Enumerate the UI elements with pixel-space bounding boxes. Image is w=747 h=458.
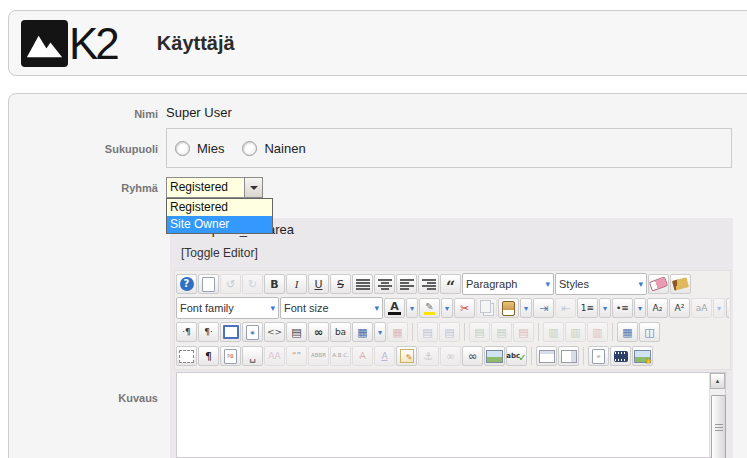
row-properties-button[interactable]: ▤ xyxy=(417,322,438,342)
insert-media-icon xyxy=(614,351,628,362)
cell-properties-button[interactable]: ▤ xyxy=(439,322,460,342)
group-select-dropdown-button[interactable] xyxy=(244,178,262,197)
rtl-button[interactable]: ¶· xyxy=(198,322,219,342)
paste-arrow-button[interactable]: ▾ xyxy=(520,298,532,318)
superscript-button[interactable]: A² xyxy=(669,298,690,318)
bullet-list-button[interactable]: •≡ xyxy=(612,298,633,318)
attributes-button[interactable]: ✎ xyxy=(396,346,417,366)
inserted-text-button[interactable]: A xyxy=(374,346,395,366)
help-button[interactable]: ? xyxy=(176,274,197,294)
ltr-icon: ·¶ xyxy=(182,328,191,337)
visual-aid-button[interactable] xyxy=(176,346,197,366)
justify-full-button[interactable] xyxy=(352,274,373,294)
cleanup-button[interactable] xyxy=(670,274,691,294)
layout-vertical-button[interactable] xyxy=(558,346,579,366)
case-change-arrow-button[interactable]: ▾ xyxy=(713,298,725,318)
deleted-text-button[interactable]: A xyxy=(352,346,373,366)
italic-button[interactable]: I xyxy=(286,274,307,294)
justify-left-button[interactable] xyxy=(396,274,417,294)
highlight-color-button[interactable]: ✎ xyxy=(419,298,440,318)
indent-button[interactable]: ⇥ xyxy=(533,298,554,318)
numbered-list-arrow-button[interactable]: ▾ xyxy=(599,298,611,318)
group-option-site-owner[interactable]: Site Owner xyxy=(167,216,272,233)
spellcheck-button[interactable]: abc xyxy=(506,346,527,366)
gender-option-label[interactable]: Nainen xyxy=(264,141,305,156)
group-select[interactable]: Registered xyxy=(166,177,263,198)
bullet-list-arrow-button[interactable]: ▾ xyxy=(634,298,646,318)
justify-center-button[interactable] xyxy=(374,274,395,294)
delete-column-button[interactable]: ▥ xyxy=(587,322,608,342)
editor-container: description_textarea [Toggle Editor] ?↺↻… xyxy=(170,218,733,458)
gender-option-label[interactable]: Mies xyxy=(197,141,224,156)
blockquote-button[interactable]: “ xyxy=(440,274,461,294)
toolbar-row-2: Font family▾Font size▾A▾✎▾✂▾⇥⇤1≡▾•≡▾A₂A²… xyxy=(176,296,729,320)
styles-select[interactable]: Styles▾ xyxy=(555,273,647,295)
fullscreen-button[interactable] xyxy=(220,322,241,342)
insert-table-button[interactable]: ▦ xyxy=(352,322,373,342)
page-break-button[interactable]: PB xyxy=(220,346,241,366)
editor-scrollbar[interactable]: ▲ xyxy=(709,373,725,457)
insert-row-before-button[interactable]: ▤ xyxy=(469,322,490,342)
row-properties-icon: ▤ xyxy=(422,327,432,338)
subscript-button[interactable]: A₂ xyxy=(647,298,668,318)
merge-cells-button[interactable]: ◫ xyxy=(639,322,660,342)
xhtml-document-button[interactable]: ∞ xyxy=(588,346,609,366)
undo-button[interactable]: ↺ xyxy=(220,274,241,294)
nonbreaking-button[interactable]: ␣ xyxy=(242,346,263,366)
gender-radio-nainen[interactable] xyxy=(242,141,257,156)
text-color-button[interactable]: A xyxy=(384,298,405,318)
k2-image-button[interactable] xyxy=(632,346,653,366)
cut-button[interactable]: ✂ xyxy=(454,298,475,318)
paste-button[interactable] xyxy=(498,298,519,318)
font-family-select[interactable]: Font family▾ xyxy=(176,297,279,319)
insert-column-before-button[interactable]: ▥ xyxy=(543,322,564,342)
chevron-down-icon: ▾ xyxy=(545,279,550,289)
abbreviation-button[interactable]: ABBR xyxy=(308,346,329,366)
numbered-list-button[interactable]: 1≡ xyxy=(577,298,598,318)
underline-button[interactable]: U xyxy=(308,274,329,294)
anchor-button[interactable]: ⚓ xyxy=(418,346,439,366)
print-button[interactable]: ▤ xyxy=(286,322,307,342)
special-character-button[interactable]: Ω xyxy=(726,298,729,318)
find-button[interactable]: ∞ xyxy=(308,322,329,342)
scroll-up-button[interactable]: ▲ xyxy=(710,373,725,389)
gender-radio-mies[interactable] xyxy=(175,141,190,156)
remove-format-button[interactable] xyxy=(648,274,669,294)
ltr-button[interactable]: ·¶ xyxy=(176,322,197,342)
copy-button[interactable] xyxy=(476,298,497,318)
find-replace-button[interactable]: ba xyxy=(330,322,351,342)
delete-row-button[interactable]: ▤ xyxy=(513,322,534,342)
strikethrough-button[interactable]: S xyxy=(330,274,351,294)
split-cells-button[interactable]: ▦ xyxy=(617,322,638,342)
insert-image-button[interactable] xyxy=(484,346,505,366)
text-color-arrow-button[interactable]: ▾ xyxy=(406,298,418,318)
link-button[interactable]: ∞ xyxy=(462,346,483,366)
citation-button[interactable]: “” xyxy=(286,346,307,366)
insert-table-arrow-button[interactable]: ▾ xyxy=(374,322,386,342)
highlight-color-arrow-button[interactable]: ▾ xyxy=(441,298,453,318)
layout-horizontal-button[interactable] xyxy=(536,346,557,366)
visual-chars-button[interactable]: AA xyxy=(264,346,285,366)
delete-table-button[interactable]: ▦ xyxy=(387,322,408,342)
format-select[interactable]: Paragraph▾ xyxy=(462,273,554,295)
redo-button[interactable]: ↻ xyxy=(242,274,263,294)
justify-right-button[interactable] xyxy=(418,274,439,294)
insert-column-after-button[interactable]: ▥ xyxy=(565,322,586,342)
group-option-registered[interactable]: Registered xyxy=(167,199,272,216)
case-change-button[interactable]: aA xyxy=(691,298,712,318)
outdent-button[interactable]: ⇤ xyxy=(555,298,576,318)
bold-button[interactable]: B xyxy=(264,274,285,294)
insert-row-after-button[interactable]: ▤ xyxy=(491,322,512,342)
preview-button[interactable]: ◉ xyxy=(242,322,263,342)
source-code-button[interactable]: <> xyxy=(264,322,285,342)
new-document-button[interactable] xyxy=(198,274,219,294)
new-document-icon xyxy=(202,277,215,292)
font-size-select[interactable]: Font size▾ xyxy=(280,297,383,319)
unlink-button[interactable]: ∞ xyxy=(440,346,461,366)
scrollbar-thumb[interactable] xyxy=(711,395,726,458)
editor-textarea[interactable]: ▲ xyxy=(176,372,726,458)
insert-media-button[interactable] xyxy=(610,346,631,366)
acronym-button[interactable]: A.B.C. xyxy=(330,346,351,366)
show-blocks-button[interactable]: ¶ xyxy=(198,346,219,366)
toggle-editor-link[interactable]: [Toggle Editor] xyxy=(181,246,258,260)
